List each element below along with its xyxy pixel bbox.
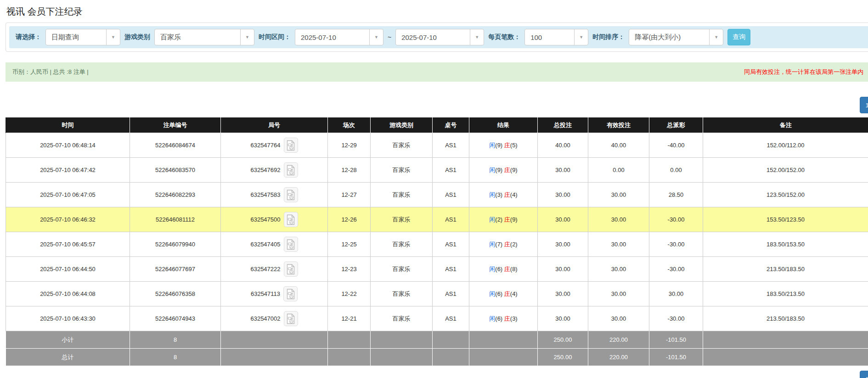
round-cell: 632547583 bbox=[221, 183, 328, 207]
result-cell: 闲(6) 庄(4) bbox=[469, 282, 538, 306]
time-range-label: 时间区间： bbox=[259, 33, 291, 41]
table-row: 2025-07-10 06:44:08 522646076358 6325471… bbox=[6, 282, 868, 306]
player-label: 闲 bbox=[489, 290, 495, 297]
empty-cell bbox=[221, 349, 328, 366]
video-document-icon bbox=[286, 289, 296, 300]
valid-bet-cell: 30.00 bbox=[588, 306, 649, 331]
total-bet-link[interactable]: 40.00 bbox=[538, 133, 588, 158]
time-cell: 2025-07-10 06:44:50 bbox=[6, 257, 130, 282]
banker-score: (3) bbox=[510, 315, 518, 322]
video-replay-icon-button[interactable] bbox=[284, 187, 298, 202]
total-bet-link[interactable]: 30.00 bbox=[538, 158, 588, 183]
player-label: 闲 bbox=[489, 191, 495, 198]
video-document-icon bbox=[286, 214, 296, 225]
note-cell: 183.50/153.50 bbox=[703, 232, 868, 257]
player-score: (6) bbox=[495, 266, 502, 272]
banker-label: 庄 bbox=[504, 191, 510, 198]
valid-bet-cell: 30.00 bbox=[588, 282, 649, 306]
caret-down-icon: ▼ bbox=[369, 29, 383, 45]
summary-count: 8 bbox=[130, 349, 221, 366]
table-no-cell: AS1 bbox=[433, 207, 469, 232]
column-header: 局号 bbox=[221, 117, 328, 133]
table-no-cell: AS1 bbox=[433, 133, 469, 158]
summary-count: 8 bbox=[130, 331, 221, 349]
bet-id-cell: 522646081112 bbox=[130, 207, 221, 232]
video-replay-icon-button[interactable] bbox=[284, 311, 298, 326]
video-replay-icon-button[interactable] bbox=[284, 138, 298, 153]
video-replay-icon-button[interactable] bbox=[283, 286, 298, 301]
banker-label: 庄 bbox=[504, 241, 510, 248]
video-replay-icon-button[interactable] bbox=[284, 261, 298, 277]
valid-bet-notice: 同局有效投注，统一计算在该局第一张注单内 bbox=[744, 68, 863, 76]
video-replay-icon-button[interactable] bbox=[284, 162, 298, 178]
summary-bar: 币别：人民币 | 总共 :8 注单 | 同局有效投注，统一计算在该局第一张注单内 bbox=[6, 62, 868, 82]
caret-down-icon: ▼ bbox=[470, 29, 484, 45]
total-bet-link[interactable]: 30.00 bbox=[538, 306, 588, 331]
empty-cell bbox=[221, 331, 328, 349]
summary-row: 总计 8 250.00 220.00 -101.50 bbox=[6, 349, 868, 366]
player-score: (6) bbox=[495, 315, 502, 322]
empty-cell bbox=[328, 331, 371, 349]
payout-cell: 0.00 bbox=[649, 158, 703, 183]
game-cell: 百家乐 bbox=[371, 158, 433, 183]
page-1-button[interactable]: 1 bbox=[860, 371, 868, 378]
column-header: 结果 bbox=[469, 117, 538, 133]
sort-order-select[interactable]: 降幂(由大到小) ▼ bbox=[629, 29, 723, 45]
currency-total-text: 币别：人民币 | 总共 :8 注单 | bbox=[12, 68, 89, 76]
table-row: 2025-07-10 06:44:50 522646077697 6325472… bbox=[6, 257, 868, 282]
game-cell: 百家乐 bbox=[371, 133, 433, 158]
date-from-select[interactable]: 2025-07-10 ▼ bbox=[295, 29, 383, 45]
table-no-cell: AS1 bbox=[433, 282, 469, 306]
total-bet-link[interactable]: 30.00 bbox=[538, 207, 588, 232]
time-cell: 2025-07-10 06:46:32 bbox=[6, 207, 130, 232]
search-button[interactable]: 查询 bbox=[727, 29, 750, 45]
game-category-select[interactable]: 百家乐 ▼ bbox=[154, 29, 254, 45]
round-id: 632547583 bbox=[250, 191, 280, 198]
valid-bet-cell: 30.00 bbox=[588, 207, 649, 232]
range-separator: ~ bbox=[388, 33, 391, 41]
summary-valid-bet: 220.00 bbox=[588, 349, 649, 366]
valid-bet-cell: 40.00 bbox=[588, 133, 649, 158]
round-cell: 632547002 bbox=[221, 306, 328, 331]
page-size-select[interactable]: 100 ▼ bbox=[524, 29, 588, 45]
total-bet-link[interactable]: 30.00 bbox=[538, 183, 588, 207]
table-no-cell: AS1 bbox=[433, 158, 469, 183]
video-document-icon bbox=[286, 264, 296, 275]
page-1-button[interactable]: 1 bbox=[860, 97, 868, 113]
time-cell: 2025-07-10 06:47:05 bbox=[6, 183, 130, 207]
total-bet-link[interactable]: 30.00 bbox=[538, 257, 588, 282]
round-id: 632547113 bbox=[251, 290, 280, 297]
payout-cell: -30.00 bbox=[649, 207, 703, 232]
column-header: 注单编号 bbox=[130, 117, 221, 133]
video-replay-icon-button[interactable] bbox=[284, 237, 298, 252]
caret-down-icon: ▼ bbox=[106, 29, 120, 45]
total-bet-link[interactable]: 30.00 bbox=[538, 282, 588, 306]
video-document-icon bbox=[286, 239, 296, 250]
game-category-value: 百家乐 bbox=[155, 29, 240, 45]
query-type-select[interactable]: 日期查询 ▼ bbox=[45, 29, 120, 45]
table-row: 2025-07-10 06:48:14 522646084674 6325477… bbox=[6, 133, 868, 158]
player-label: 闲 bbox=[489, 315, 495, 322]
column-header: 总投注 bbox=[538, 117, 588, 133]
video-document-icon bbox=[286, 313, 296, 324]
banker-score: (2) bbox=[510, 241, 518, 248]
total-bet-link[interactable]: 30.00 bbox=[538, 232, 588, 257]
column-header: 时间 bbox=[6, 117, 130, 133]
bet-id-cell: 522646074943 bbox=[130, 306, 221, 331]
round-id: 632547500 bbox=[250, 216, 280, 223]
date-to-select[interactable]: 2025-07-10 ▼ bbox=[395, 29, 484, 45]
video-replay-icon-button[interactable] bbox=[284, 212, 298, 227]
bet-id-cell: 522646079940 bbox=[130, 232, 221, 257]
round-id: 632547002 bbox=[250, 315, 280, 322]
round-cell: 632547405 bbox=[221, 232, 328, 257]
table-row: 2025-07-10 06:45:57 522646079940 6325474… bbox=[6, 232, 868, 257]
valid-bet-cell: 0.00 bbox=[588, 158, 649, 183]
column-header: 桌号 bbox=[433, 117, 469, 133]
caret-down-icon: ▼ bbox=[574, 29, 588, 45]
table-row: 2025-07-10 06:47:42 522646083570 6325476… bbox=[6, 158, 868, 183]
table-row: 2025-07-10 06:47:05 522646082293 6325475… bbox=[6, 183, 868, 207]
result-cell: 闲(6) 庄(8) bbox=[469, 257, 538, 282]
caret-down-icon: ▼ bbox=[240, 29, 254, 45]
payout-cell: 30.00 bbox=[649, 282, 703, 306]
empty-cell bbox=[703, 331, 868, 349]
